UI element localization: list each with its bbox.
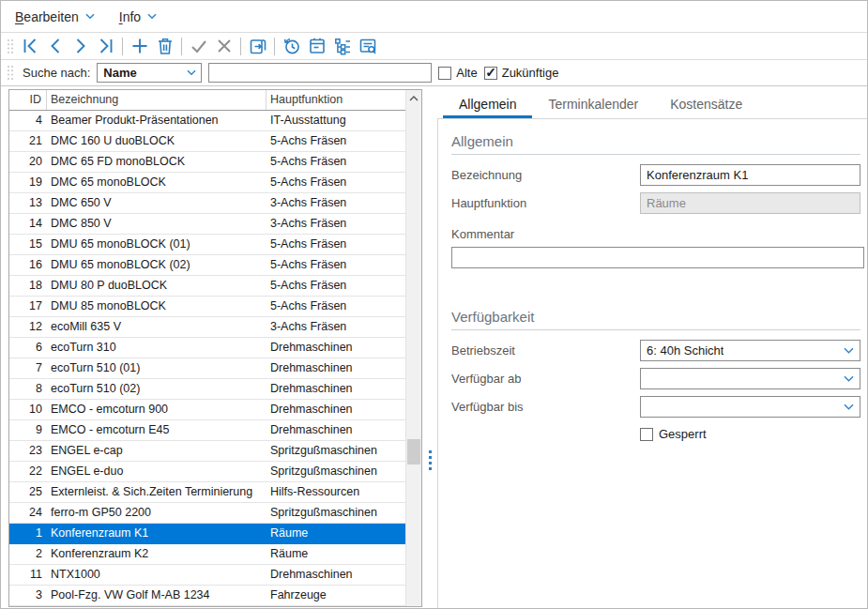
- scrollbar-up-arrow-icon[interactable]: [406, 90, 421, 106]
- field-hauptfunktion: Hauptfunktion: [451, 192, 860, 214]
- cell-id: 17: [9, 297, 47, 316]
- table-row[interactable]: 13DMC 650 V3-Achs Fräsen: [9, 193, 421, 214]
- verfuegbar-ab-select[interactable]: [640, 368, 860, 389]
- cell-bezeichnung: Pool-Fzg. VW Golf M-AB 1234: [47, 586, 266, 605]
- table-row[interactable]: 7ecoTurn 510 (01)Drehmaschinen: [9, 358, 421, 379]
- cell-id: 1: [9, 524, 47, 543]
- table-row[interactable]: 20DMC 65 FD monoBLOCK5-Achs Fräsen: [9, 152, 421, 173]
- cancel-button[interactable]: [211, 35, 236, 58]
- cell-hauptfunktion: 3-Achs Fräsen: [266, 214, 405, 234]
- checkbox-alte-box[interactable]: [438, 67, 451, 80]
- cell-bezeichnung: Externleist. & Sich.Zeiten Terminierung: [47, 482, 266, 502]
- search-field-select[interactable]: Name: [97, 63, 202, 83]
- cell-hauptfunktion: Drehmaschinen: [266, 379, 405, 399]
- menu-bearbeiten[interactable]: Bearbeiten: [15, 9, 95, 24]
- table-row[interactable]: 16DMU 65 monoBLOCK (02)5-Achs Fräsen: [9, 255, 421, 276]
- table-row[interactable]: 19DMC 65 monoBLOCK5-Achs Fräsen: [9, 173, 421, 193]
- cell-bezeichnung: DMU 80 P duoBLOCK: [47, 276, 266, 296]
- table-row[interactable]: 10EMCO - emcoturn 900Drehmaschinen: [9, 400, 421, 420]
- cell-hauptfunktion: 5-Achs Fräsen: [266, 255, 405, 275]
- delete-button[interactable]: [152, 35, 177, 58]
- planning-board-button[interactable]: [304, 35, 329, 58]
- tab-kostensaetze[interactable]: Kostensätze: [654, 89, 758, 118]
- cell-hauptfunktion: 5-Achs Fräsen: [266, 173, 405, 192]
- table-row[interactable]: 22ENGEL e-duoSpritzgußmaschinen: [9, 462, 421, 482]
- column-header-id[interactable]: ID: [9, 90, 47, 110]
- checkbox-zukuenftige[interactable]: Zukünftige: [484, 66, 559, 80]
- confirm-button[interactable]: [186, 35, 211, 58]
- column-header-bezeichnung[interactable]: Bezeichnung: [47, 90, 266, 110]
- table-row[interactable]: 9EMCO - emcoturn E45Drehmaschinen: [9, 420, 421, 441]
- table-row[interactable]: 21DMC 160 U duoBLOCK5-Achs Fräsen: [9, 131, 421, 152]
- table-row[interactable]: 15DMU 65 monoBLOCK (01)5-Achs Fräsen: [9, 235, 421, 255]
- cell-id: 23: [9, 441, 47, 461]
- cell-hauptfunktion: Spritzgußmaschinen: [266, 441, 405, 461]
- resource-table: ID Bezeichnung Hauptfunktion 4Beamer Pro…: [8, 89, 422, 607]
- spacer: [451, 268, 860, 295]
- table-scrollbar[interactable]: [405, 90, 421, 606]
- table-row[interactable]: 17DMU 85 monoBLOCK5-Achs Fräsen: [9, 297, 421, 317]
- nav-last-button[interactable]: [93, 35, 118, 58]
- searchbar-grip-handle[interactable]: [7, 65, 14, 81]
- section-title-allgemein: Allgemein: [451, 133, 860, 149]
- toolbar-grip-handle[interactable]: [7, 38, 14, 54]
- table-row[interactable]: 6ecoTurn 310Drehmaschinen: [9, 338, 421, 358]
- certificate-search-button[interactable]: [355, 35, 380, 58]
- cell-hauptfunktion: 5-Achs Fräsen: [266, 235, 405, 254]
- table-row[interactable]: 24ferro-m GP50 2200Spritzgußmaschinen: [9, 503, 421, 524]
- tab-allgemein[interactable]: Allgemein: [443, 89, 532, 118]
- cell-hauptfunktion: 3-Achs Fräsen: [266, 317, 405, 337]
- table-row[interactable]: 14DMC 850 V3-Achs Fräsen: [9, 214, 421, 235]
- cell-hauptfunktion: 5-Achs Fräsen: [266, 276, 405, 296]
- menu-info[interactable]: Info: [119, 9, 157, 24]
- table-row[interactable]: 18DMU 80 P duoBLOCK5-Achs Fräsen: [9, 276, 421, 297]
- cell-bezeichnung: ecoMill 635 V: [47, 317, 266, 337]
- cell-id: 12: [9, 317, 47, 337]
- chevron-down-icon: [147, 13, 157, 20]
- field-verfuegbar-ab: Verfügbar ab: [451, 368, 860, 389]
- verfuegbar-bis-label: Verfügbar bis: [451, 400, 640, 414]
- table-row[interactable]: 8ecoTurn 510 (02)Drehmaschinen: [9, 379, 421, 400]
- table-row[interactable]: 25Externleist. & Sich.Zeiten Terminierun…: [9, 482, 421, 503]
- checkbox-zukuenftige-label: Zukünftige: [502, 66, 559, 80]
- table-row[interactable]: 12ecoMill 635 V3-Achs Fräsen: [9, 317, 421, 338]
- tree-view-button[interactable]: [329, 35, 355, 58]
- toolbar-separator: [274, 38, 275, 55]
- table-row[interactable]: 1Konferenzraum K1Räume: [9, 524, 421, 544]
- checkbox-alte[interactable]: Alte: [438, 66, 477, 80]
- bezeichnung-input[interactable]: [640, 164, 860, 186]
- nav-first-button[interactable]: [17, 35, 42, 58]
- cell-bezeichnung: EMCO - emcoturn 900: [47, 400, 266, 419]
- app-window: Bearbeiten Info: [0, 0, 868, 609]
- nav-next-button[interactable]: [68, 35, 93, 58]
- table-row[interactable]: 3Pool-Fzg. VW Golf M-AB 1234Fahrzeuge: [9, 586, 421, 606]
- verfuegbar-bis-select[interactable]: [640, 396, 860, 418]
- calendar-history-button[interactable]: [279, 35, 304, 58]
- column-header-hauptfunktion[interactable]: Hauptfunktion: [266, 90, 405, 110]
- transfer-copy-button[interactable]: [245, 35, 270, 58]
- nav-previous-button[interactable]: [42, 35, 68, 58]
- table-row[interactable]: 23ENGEL e-capSpritzgußmaschinen: [9, 441, 421, 462]
- table-row[interactable]: 11NTX1000Drehmaschinen: [9, 565, 421, 586]
- cell-bezeichnung: Konferenzraum K1: [47, 524, 266, 543]
- cell-id: 9: [9, 420, 47, 440]
- cell-hauptfunktion: Drehmaschinen: [266, 420, 405, 440]
- betriebszeit-label: Betriebszeit: [451, 343, 640, 358]
- table-row[interactable]: 2Konferenzraum K2Räume: [9, 544, 421, 565]
- splitter-handle[interactable]: [422, 86, 437, 608]
- add-button[interactable]: [127, 35, 152, 58]
- hauptfunktion-label: Hauptfunktion: [451, 196, 640, 210]
- search-label: Suche nach:: [23, 66, 90, 80]
- kommentar-input[interactable]: [451, 247, 864, 268]
- cell-id: 25: [9, 482, 47, 502]
- betriebszeit-select[interactable]: 6: 40h Schicht: [640, 340, 860, 361]
- search-input[interactable]: [208, 63, 432, 83]
- tab-terminkalender[interactable]: Terminkalender: [532, 89, 654, 118]
- chevron-down-icon: [844, 403, 854, 410]
- scrollbar-thumb[interactable]: [407, 439, 420, 464]
- checkbox-zukuenftige-box[interactable]: [484, 67, 497, 80]
- cell-bezeichnung: ENGEL e-cap: [47, 441, 266, 461]
- checkbox-gesperrt-box[interactable]: [640, 428, 653, 441]
- cell-bezeichnung: ecoTurn 510 (02): [47, 379, 266, 399]
- table-row[interactable]: 4Beamer Produkt-PräsentationenIT-Ausstat…: [9, 111, 421, 131]
